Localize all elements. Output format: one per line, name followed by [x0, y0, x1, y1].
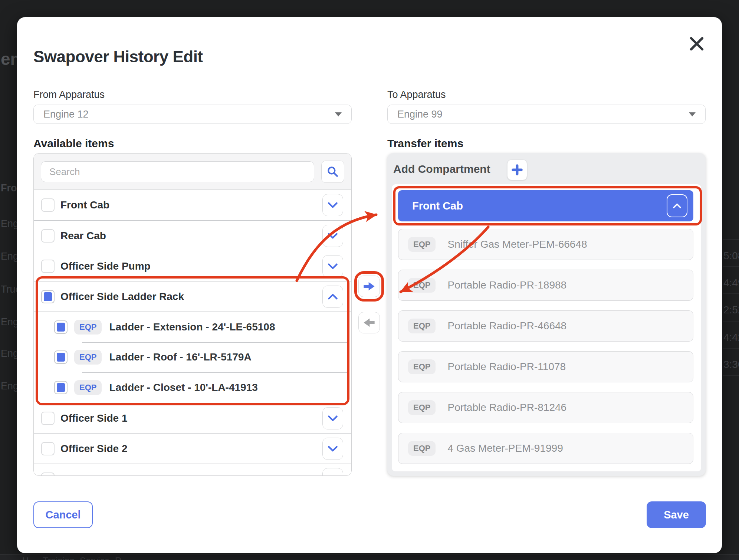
cancel-button[interactable]: Cancel — [33, 501, 93, 528]
bg-fragment: R — [115, 556, 121, 560]
bg-fragment: Eng — [1, 316, 19, 328]
bg-fragment: Eng — [1, 381, 19, 392]
chevron-down-icon — [327, 444, 338, 453]
chevron-down-icon — [327, 262, 338, 271]
arrow-right-icon — [363, 281, 375, 291]
from-apparatus-label: From Apparatus — [33, 89, 105, 101]
expand-button[interactable] — [322, 407, 343, 429]
from-apparatus-value: Engine 12 — [43, 109, 335, 120]
list-row-equipment[interactable]: EQP Ladder - Extension - 24'-LE-65108 — [34, 312, 351, 342]
bg-fragment: Eng — [1, 348, 19, 359]
equipment-badge: EQP — [408, 237, 436, 252]
compartment-label: Front Cab — [60, 199, 109, 211]
chevron-down-icon — [335, 112, 342, 116]
chevron-down-icon — [327, 201, 338, 210]
equipment-badge: EQP — [408, 319, 436, 333]
bg-bottom-band: H Training Service R — [0, 554, 739, 560]
bg-fragment: Training — [43, 556, 75, 560]
expand-button[interactable] — [322, 194, 343, 216]
bg-row-divider — [723, 293, 739, 294]
bg-time: 4:49 — [723, 277, 739, 289]
equipment-badge: EQP — [408, 441, 436, 456]
bg-fragment: Eng — [1, 218, 19, 230]
list-row-officer-side-pump[interactable]: Officer Side Pump — [34, 251, 351, 281]
expand-button[interactable] — [322, 438, 343, 460]
to-apparatus-select[interactable]: Engine 99 — [387, 105, 706, 124]
equipment-label: Ladder - Roof - 16'-LR-5179A — [109, 351, 251, 363]
transfer-items-heading: Transfer items — [387, 137, 463, 150]
transfer-item-row[interactable]: EQP Sniffer Gas Meter-PEM-66648 — [398, 229, 693, 260]
expand-button[interactable] — [322, 255, 343, 277]
equipment-badge: EQP — [74, 350, 102, 365]
chevron-down-icon — [327, 231, 338, 240]
bg-row-divider — [723, 375, 739, 376]
from-apparatus-select[interactable]: Engine 12 — [33, 105, 352, 124]
search-icon — [327, 166, 339, 178]
list-row-equipment[interactable]: EQP Ladder - Closet - 10'-LA-41913 — [34, 372, 351, 403]
chevron-up-icon — [327, 292, 338, 301]
equipment-label: Ladder - Closet - 10'-LA-41913 — [109, 382, 257, 393]
checkbox-checked[interactable] — [54, 350, 68, 364]
compartment-label: Officer Side 2 — [60, 443, 128, 455]
checkbox-checked[interactable] — [54, 381, 68, 394]
equipment-label: Portable Radio-PR-81246 — [447, 402, 566, 414]
to-apparatus-value: Engine 99 — [397, 109, 689, 120]
bg-row-divider — [723, 266, 739, 267]
equipment-badge: EQP — [74, 380, 102, 395]
checkbox[interactable] — [41, 412, 55, 425]
list-row-officer-side-ladder-rack[interactable]: Officer Side Ladder Rack — [34, 281, 351, 312]
transfer-item-row[interactable]: EQP Portable Radio-PR-18988 — [398, 270, 693, 301]
checkbox[interactable] — [41, 472, 55, 476]
checkbox[interactable] — [41, 229, 55, 243]
checkbox-checked[interactable] — [54, 320, 68, 334]
list-row-officer-side-1[interactable]: Officer Side 1 — [34, 403, 351, 433]
collapse-button[interactable] — [322, 286, 343, 308]
chevron-down-icon — [689, 112, 696, 116]
transfer-item-row[interactable]: EQP 4 Gas Meter-PEM-91999 — [398, 433, 693, 464]
available-items-panel: Front Cab Rear Cab Officer Side Pump Off… — [33, 153, 352, 476]
equipment-label: 4 Gas Meter-PEM-91999 — [447, 442, 563, 454]
add-compartment-button[interactable] — [507, 159, 527, 180]
list-row-officer-side-2[interactable]: Officer Side 2 — [34, 433, 351, 464]
equipment-badge: EQP — [74, 320, 102, 335]
checkbox[interactable] — [41, 198, 55, 212]
add-compartment-label: Add Compartment — [393, 163, 490, 175]
transfer-item-row[interactable]: EQP Portable Radio-PR-81246 — [398, 392, 693, 423]
bg-fragment: H — [22, 556, 29, 560]
expand-button[interactable] — [322, 225, 343, 247]
compartment-label: Officer Side Ladder Rack — [60, 291, 184, 303]
compartment-bar-front-cab[interactable]: Front Cab — [398, 190, 693, 221]
checkbox[interactable] — [41, 442, 55, 455]
bg-time: 2:52 — [723, 304, 739, 316]
checkbox[interactable] — [41, 260, 55, 273]
search-input[interactable] — [41, 161, 314, 182]
transfer-item-row[interactable]: EQP Portable Radio-PR-11078 — [398, 351, 693, 382]
list-row-rear-cab[interactable]: Rear Cab — [34, 220, 351, 251]
bg-row-divider — [723, 321, 739, 322]
bg-time: 4:42 — [723, 332, 739, 343]
to-apparatus-label: To Apparatus — [387, 89, 446, 101]
close-icon — [689, 36, 704, 51]
move-right-button[interactable] — [358, 276, 380, 297]
move-left-button[interactable] — [358, 312, 380, 333]
available-items-list: Front Cab Rear Cab Officer Side Pump Off… — [34, 190, 351, 476]
bg-row-divider — [723, 348, 739, 349]
transfer-items-list: Front Cab EQP Sniffer Gas Meter-PEM-6664… — [392, 184, 701, 471]
equipment-badge: EQP — [408, 400, 436, 415]
list-row-partial[interactable] — [34, 464, 351, 476]
compartment-label: Front Cab — [412, 200, 463, 212]
save-button[interactable]: Save — [647, 501, 706, 528]
list-row-front-cab[interactable]: Front Cab — [34, 190, 351, 220]
search-button[interactable] — [321, 161, 344, 183]
collapse-button[interactable] — [667, 194, 687, 217]
chevron-up-icon — [672, 202, 682, 210]
equipment-label: Sniffer Gas Meter-PEM-66648 — [447, 238, 587, 250]
expand-button[interactable] — [322, 468, 343, 476]
transfer-item-row[interactable]: EQP Portable Radio-PR-46648 — [398, 310, 693, 342]
list-row-equipment[interactable]: EQP Ladder - Roof - 16'-LR-5179A — [34, 342, 351, 372]
checkbox-checked[interactable] — [41, 290, 55, 303]
compartment-label: Officer Side Pump — [60, 260, 151, 272]
close-button[interactable] — [686, 33, 707, 54]
equipment-label: Portable Radio-PR-18988 — [447, 279, 566, 291]
bg-time: 3:30 — [723, 359, 739, 370]
